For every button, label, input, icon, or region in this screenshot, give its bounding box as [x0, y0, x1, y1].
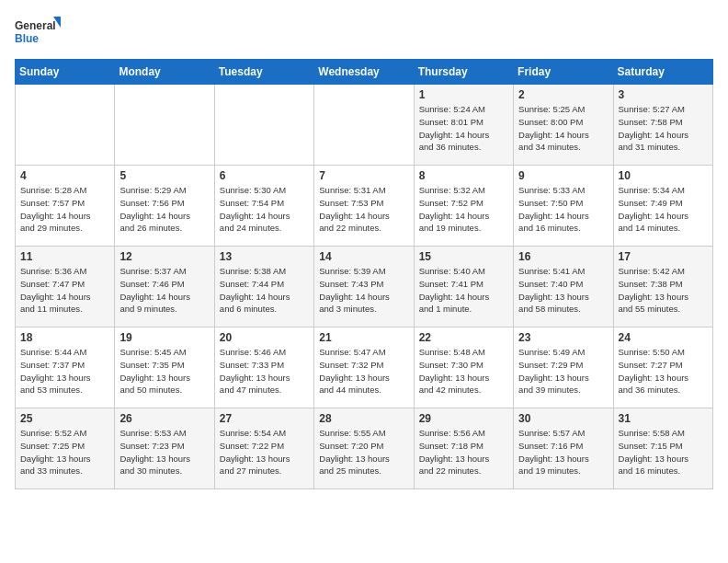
- day-info: Sunrise: 5:27 AM Sunset: 7:58 PM Dayligh…: [619, 103, 708, 154]
- week-row-0: 1Sunrise: 5:24 AM Sunset: 8:01 PM Daylig…: [16, 85, 713, 166]
- day-number: 30: [518, 412, 608, 425]
- calendar-cell: 9Sunrise: 5:33 AM Sunset: 7:50 PM Daylig…: [514, 166, 613, 247]
- day-number: 11: [20, 250, 109, 263]
- calendar-cell: 21Sunrise: 5:47 AM Sunset: 7:32 PM Dayli…: [314, 327, 414, 408]
- day-info: Sunrise: 5:52 AM Sunset: 7:25 PM Dayligh…: [20, 427, 109, 477]
- calendar-cell: 6Sunrise: 5:30 AM Sunset: 7:54 PM Daylig…: [214, 166, 313, 247]
- svg-text:General: General: [15, 19, 56, 32]
- day-number: 28: [319, 412, 408, 425]
- calendar-cell: 31Sunrise: 5:58 AM Sunset: 7:15 PM Dayli…: [613, 408, 712, 489]
- calendar-cell: [115, 85, 214, 166]
- day-number: 16: [518, 250, 608, 263]
- calendar-cell: [214, 85, 313, 166]
- calendar-cell: 4Sunrise: 5:28 AM Sunset: 7:57 PM Daylig…: [16, 166, 115, 247]
- day-number: 6: [220, 169, 309, 182]
- day-number: 22: [419, 331, 508, 344]
- day-info: Sunrise: 5:48 AM Sunset: 7:30 PM Dayligh…: [419, 346, 508, 396]
- day-info: Sunrise: 5:45 AM Sunset: 7:35 PM Dayligh…: [119, 346, 209, 396]
- header-sunday: Sunday: [16, 60, 115, 85]
- day-info: Sunrise: 5:24 AM Sunset: 8:01 PM Dayligh…: [419, 103, 508, 154]
- calendar-cell: 13Sunrise: 5:38 AM Sunset: 7:44 PM Dayli…: [214, 247, 313, 327]
- day-info: Sunrise: 5:30 AM Sunset: 7:54 PM Dayligh…: [220, 184, 309, 235]
- day-number: 12: [119, 250, 209, 263]
- calendar-cell: 3Sunrise: 5:27 AM Sunset: 7:58 PM Daylig…: [613, 85, 712, 166]
- day-info: Sunrise: 5:39 AM Sunset: 7:43 PM Dayligh…: [319, 265, 408, 316]
- week-row-2: 11Sunrise: 5:36 AM Sunset: 7:47 PM Dayli…: [16, 247, 713, 327]
- header-saturday: Saturday: [613, 60, 712, 85]
- day-info: Sunrise: 5:47 AM Sunset: 7:32 PM Dayligh…: [319, 346, 408, 396]
- day-info: Sunrise: 5:54 AM Sunset: 7:22 PM Dayligh…: [220, 427, 309, 477]
- day-number: 20: [220, 331, 309, 344]
- calendar-cell: 12Sunrise: 5:37 AM Sunset: 7:46 PM Dayli…: [115, 247, 214, 327]
- day-info: Sunrise: 5:34 AM Sunset: 7:49 PM Dayligh…: [619, 184, 708, 235]
- calendar-cell: 18Sunrise: 5:44 AM Sunset: 7:37 PM Dayli…: [16, 327, 115, 408]
- calendar-cell: 19Sunrise: 5:45 AM Sunset: 7:35 PM Dayli…: [115, 327, 214, 408]
- day-info: Sunrise: 5:57 AM Sunset: 7:16 PM Dayligh…: [518, 427, 608, 477]
- day-info: Sunrise: 5:41 AM Sunset: 7:40 PM Dayligh…: [518, 265, 608, 316]
- header-thursday: Thursday: [414, 60, 513, 85]
- calendar-table: SundayMondayTuesdayWednesdayThursdayFrid…: [15, 59, 713, 489]
- day-info: Sunrise: 5:40 AM Sunset: 7:41 PM Dayligh…: [419, 265, 508, 316]
- day-number: 14: [319, 250, 408, 263]
- day-info: Sunrise: 5:37 AM Sunset: 7:46 PM Dayligh…: [119, 265, 209, 316]
- day-number: 31: [619, 412, 708, 425]
- day-info: Sunrise: 5:55 AM Sunset: 7:20 PM Dayligh…: [319, 427, 408, 477]
- day-number: 18: [20, 331, 109, 344]
- calendar-cell: 5Sunrise: 5:29 AM Sunset: 7:56 PM Daylig…: [115, 166, 214, 247]
- calendar-cell: 10Sunrise: 5:34 AM Sunset: 7:49 PM Dayli…: [613, 166, 712, 247]
- day-info: Sunrise: 5:42 AM Sunset: 7:38 PM Dayligh…: [619, 265, 708, 316]
- header: General Blue: [15, 15, 713, 52]
- day-info: Sunrise: 5:44 AM Sunset: 7:37 PM Dayligh…: [20, 346, 109, 396]
- calendar-cell: 20Sunrise: 5:46 AM Sunset: 7:33 PM Dayli…: [214, 327, 313, 408]
- day-info: Sunrise: 5:56 AM Sunset: 7:18 PM Dayligh…: [419, 427, 508, 477]
- day-number: 13: [220, 250, 309, 263]
- svg-text:Blue: Blue: [15, 32, 39, 45]
- day-info: Sunrise: 5:53 AM Sunset: 7:23 PM Dayligh…: [119, 427, 209, 477]
- day-info: Sunrise: 5:50 AM Sunset: 7:27 PM Dayligh…: [619, 346, 708, 396]
- calendar-cell: [16, 85, 115, 166]
- calendar-cell: 22Sunrise: 5:48 AM Sunset: 7:30 PM Dayli…: [414, 327, 513, 408]
- day-number: 21: [319, 331, 408, 344]
- calendar-cell: 1Sunrise: 5:24 AM Sunset: 8:01 PM Daylig…: [414, 85, 513, 166]
- day-number: 5: [119, 169, 209, 182]
- week-row-3: 18Sunrise: 5:44 AM Sunset: 7:37 PM Dayli…: [16, 327, 713, 408]
- day-number: 2: [518, 88, 608, 101]
- week-row-1: 4Sunrise: 5:28 AM Sunset: 7:57 PM Daylig…: [16, 166, 713, 247]
- calendar-cell: 26Sunrise: 5:53 AM Sunset: 7:23 PM Dayli…: [115, 408, 214, 489]
- day-number: 3: [619, 88, 708, 101]
- day-info: Sunrise: 5:36 AM Sunset: 7:47 PM Dayligh…: [20, 265, 109, 316]
- day-info: Sunrise: 5:46 AM Sunset: 7:33 PM Dayligh…: [220, 346, 309, 396]
- header-monday: Monday: [115, 60, 214, 85]
- calendar-cell: 16Sunrise: 5:41 AM Sunset: 7:40 PM Dayli…: [514, 247, 613, 327]
- day-number: 25: [20, 412, 109, 425]
- calendar-cell: [314, 85, 414, 166]
- logo-svg: General Blue: [15, 15, 61, 52]
- day-info: Sunrise: 5:29 AM Sunset: 7:56 PM Dayligh…: [119, 184, 209, 235]
- calendar-cell: 7Sunrise: 5:31 AM Sunset: 7:53 PM Daylig…: [314, 166, 414, 247]
- day-info: Sunrise: 5:33 AM Sunset: 7:50 PM Dayligh…: [518, 184, 608, 235]
- day-number: 23: [518, 331, 608, 344]
- day-info: Sunrise: 5:58 AM Sunset: 7:15 PM Dayligh…: [619, 427, 708, 477]
- calendar-cell: 23Sunrise: 5:49 AM Sunset: 7:29 PM Dayli…: [514, 327, 613, 408]
- calendar-cell: 27Sunrise: 5:54 AM Sunset: 7:22 PM Dayli…: [214, 408, 313, 489]
- calendar-cell: 24Sunrise: 5:50 AM Sunset: 7:27 PM Dayli…: [613, 327, 712, 408]
- calendar-cell: 8Sunrise: 5:32 AM Sunset: 7:52 PM Daylig…: [414, 166, 513, 247]
- header-wednesday: Wednesday: [314, 60, 414, 85]
- day-number: 24: [619, 331, 708, 344]
- header-friday: Friday: [514, 60, 613, 85]
- calendar-cell: 30Sunrise: 5:57 AM Sunset: 7:16 PM Dayli…: [514, 408, 613, 489]
- calendar-cell: 15Sunrise: 5:40 AM Sunset: 7:41 PM Dayli…: [414, 247, 513, 327]
- day-info: Sunrise: 5:38 AM Sunset: 7:44 PM Dayligh…: [220, 265, 309, 316]
- calendar-cell: 28Sunrise: 5:55 AM Sunset: 7:20 PM Dayli…: [314, 408, 414, 489]
- calendar-cell: 25Sunrise: 5:52 AM Sunset: 7:25 PM Dayli…: [16, 408, 115, 489]
- calendar-cell: 29Sunrise: 5:56 AM Sunset: 7:18 PM Dayli…: [414, 408, 513, 489]
- day-number: 17: [619, 250, 708, 263]
- calendar-cell: 11Sunrise: 5:36 AM Sunset: 7:47 PM Dayli…: [16, 247, 115, 327]
- day-number: 26: [119, 412, 209, 425]
- day-number: 1: [419, 88, 508, 101]
- day-number: 29: [419, 412, 508, 425]
- day-number: 8: [419, 169, 508, 182]
- calendar-cell: 2Sunrise: 5:25 AM Sunset: 8:00 PM Daylig…: [514, 85, 613, 166]
- week-row-4: 25Sunrise: 5:52 AM Sunset: 7:25 PM Dayli…: [16, 408, 713, 489]
- calendar-cell: 17Sunrise: 5:42 AM Sunset: 7:38 PM Dayli…: [613, 247, 712, 327]
